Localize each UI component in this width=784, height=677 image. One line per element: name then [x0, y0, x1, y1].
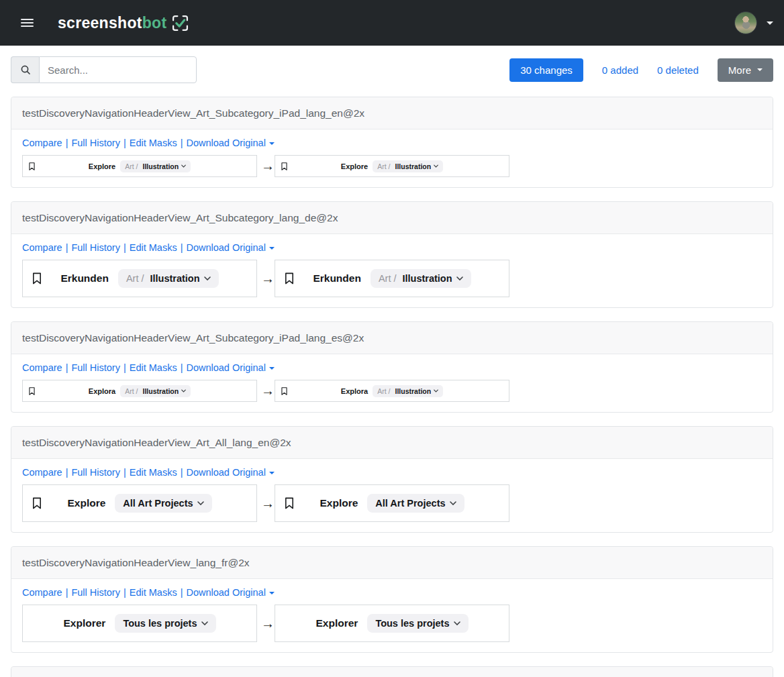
- chevron-down-icon: [197, 501, 204, 505]
- screenshot-thumbnail-after[interactable]: ExploraArt /Illustration: [275, 380, 509, 402]
- deleted-filter-link[interactable]: 0 deleted: [657, 64, 699, 76]
- screenshot-comparison: ExploreArt /Illustration → ExploreArt /I…: [22, 155, 762, 177]
- screenshot-thumbnail-after[interactable]: ErkundenArt /Illustration: [275, 260, 509, 297]
- bookmark-icon: [32, 272, 42, 285]
- edit-masks-link[interactable]: Edit Masks: [130, 362, 177, 373]
- card-title: testDiscoveryNavigationHeaderView_lang_f…: [11, 547, 773, 579]
- edit-masks-link[interactable]: Edit Masks: [130, 467, 177, 478]
- arrow-right-icon: →: [261, 496, 271, 511]
- checkbox-check-icon: [171, 14, 189, 32]
- top-navbar: screenshotbot: [0, 0, 784, 46]
- card-action-links: Compare|Full History|Edit Masks|Download…: [22, 466, 762, 480]
- card-action-links: Compare|Full History|Edit Masks|Download…: [22, 241, 762, 255]
- bookmark-icon: [284, 497, 295, 510]
- screenshot-thumbnail-after[interactable]: ExploreArt /Illustration: [275, 155, 509, 177]
- screenshot-thumbnail-before[interactable]: ExploreArt /Illustration: [22, 155, 257, 177]
- category-pill: Art /Illustration: [120, 385, 191, 397]
- changes-list: testDiscoveryNavigationHeaderView_Art_Su…: [0, 83, 784, 677]
- chevron-down-icon: [269, 592, 275, 594]
- chevron-down-icon: [181, 164, 186, 168]
- full-history-link[interactable]: Full History: [71, 138, 120, 148]
- compare-link[interactable]: Compare: [22, 362, 62, 373]
- report-card: testDiscoveryNavigationHeaderView_Art_Su…: [11, 97, 773, 188]
- full-history-link[interactable]: Full History: [71, 362, 120, 373]
- chevron-down-icon: [456, 276, 463, 280]
- nav-title: Erkunden: [60, 272, 108, 284]
- nav-title: Explorer: [63, 617, 105, 629]
- arrow-right-icon: →: [261, 616, 271, 631]
- screenshot-comparison: ExploreAll Art Projects → ExploreAll Art…: [22, 484, 762, 522]
- report-card: testDiscoveryNavigationHeaderView_lang_f…: [11, 546, 773, 653]
- card-action-links: Compare|Full History|Edit Masks|Download…: [22, 136, 762, 150]
- card-action-links: Compare|Full History|Edit Masks|Download…: [22, 586, 762, 600]
- nav-title: Explora: [341, 387, 368, 395]
- category-pill: Tous les projets: [367, 614, 468, 633]
- nav-title: Explore: [89, 162, 115, 170]
- screenshot-thumbnail-after[interactable]: ExploreAll Art Projects: [275, 484, 509, 522]
- added-filter-link[interactable]: 0 added: [602, 64, 638, 76]
- report-card: testDiscoveryNavigationHeaderView_Art_Su…: [11, 321, 773, 413]
- screenshot-thumbnail-before[interactable]: ExplorerTous les projets: [22, 605, 257, 642]
- category-pill: Art /Illustration: [120, 160, 191, 172]
- full-history-link[interactable]: Full History: [71, 587, 120, 598]
- card-title: testDiscoveryNavigationHeaderView_Art_Al…: [11, 427, 773, 459]
- category-pill: Art /Illustration: [373, 385, 443, 397]
- search-input[interactable]: [39, 56, 197, 83]
- menu-hamburger-icon[interactable]: [13, 9, 40, 36]
- compare-link[interactable]: Compare: [22, 138, 62, 148]
- chevron-down-icon: [767, 21, 773, 25]
- report-card: testDiscoveryNavigationHeaderView_Art_Su…: [11, 201, 773, 308]
- chevron-down-icon: [434, 164, 438, 168]
- card-action-links: Compare|Full History|Edit Masks|Download…: [22, 361, 762, 375]
- bookmark-icon: [28, 162, 36, 171]
- download-original-dropdown[interactable]: Download Original: [186, 587, 274, 598]
- edit-masks-link[interactable]: Edit Masks: [130, 587, 177, 598]
- chevron-down-icon: [434, 389, 438, 393]
- screenshot-comparison: ErkundenArt /Illustration → ErkundenArt …: [22, 260, 762, 297]
- arrow-right-icon: →: [261, 271, 271, 287]
- screenshot-thumbnail-before[interactable]: ExploreAll Art Projects: [22, 484, 257, 522]
- brand-text-main: screenshot: [58, 14, 142, 32]
- brand-logo[interactable]: screenshotbot: [58, 14, 189, 32]
- bookmark-icon: [32, 497, 42, 510]
- screenshot-comparison: ExploraArt /Illustration → ExploraArt /I…: [22, 380, 762, 402]
- more-button-label: More: [728, 64, 751, 76]
- chevron-down-icon: [181, 389, 186, 393]
- edit-masks-link[interactable]: Edit Masks: [130, 242, 177, 253]
- nav-title: Explore: [67, 497, 105, 509]
- report-card: testDiscoveryNavigationHeaderView_Art_Al…: [11, 426, 773, 533]
- report-card: testDiscoveryNavigationHeaderView_iPad_l…: [11, 666, 773, 677]
- more-dropdown-button[interactable]: More: [718, 58, 773, 82]
- compare-link[interactable]: Compare: [22, 467, 62, 478]
- chevron-down-icon: [269, 247, 275, 250]
- download-original-dropdown[interactable]: Download Original: [186, 467, 274, 478]
- chevron-down-icon: [450, 501, 456, 505]
- account-menu[interactable]: [734, 11, 773, 34]
- nav-title: Erkunden: [313, 272, 360, 284]
- nav-title: Explore: [341, 162, 368, 170]
- category-pill: Art /Illustration: [118, 269, 219, 288]
- screenshot-thumbnail-before[interactable]: ExploraArt /Illustration: [22, 380, 257, 402]
- bookmark-icon: [281, 162, 288, 171]
- user-avatar: [734, 11, 757, 34]
- changes-filter-button[interactable]: 30 changes: [509, 58, 583, 82]
- download-original-dropdown[interactable]: Download Original: [186, 242, 274, 253]
- screenshot-thumbnail-before[interactable]: ErkundenArt /Illustration: [22, 260, 257, 297]
- nav-title: Explora: [89, 387, 115, 395]
- screenshot-thumbnail-after[interactable]: ExplorerTous les projets: [275, 605, 509, 642]
- full-history-link[interactable]: Full History: [71, 467, 120, 478]
- chevron-down-icon: [269, 142, 275, 145]
- edit-masks-link[interactable]: Edit Masks: [130, 138, 177, 148]
- download-original-dropdown[interactable]: Download Original: [186, 362, 274, 373]
- full-history-link[interactable]: Full History: [71, 242, 120, 253]
- nav-title: Explorer: [315, 617, 358, 629]
- category-pill: All Art Projects: [115, 494, 211, 513]
- category-pill: All Art Projects: [367, 494, 464, 513]
- compare-link[interactable]: Compare: [22, 587, 62, 598]
- card-title: testDiscoveryNavigationHeaderView_Art_Su…: [11, 322, 773, 354]
- download-original-dropdown[interactable]: Download Original: [186, 138, 274, 148]
- card-title: testDiscoveryNavigationHeaderView_Art_Su…: [11, 97, 773, 129]
- chevron-down-icon: [269, 367, 275, 370]
- brand-text-accent: bot: [142, 14, 167, 32]
- compare-link[interactable]: Compare: [22, 242, 62, 253]
